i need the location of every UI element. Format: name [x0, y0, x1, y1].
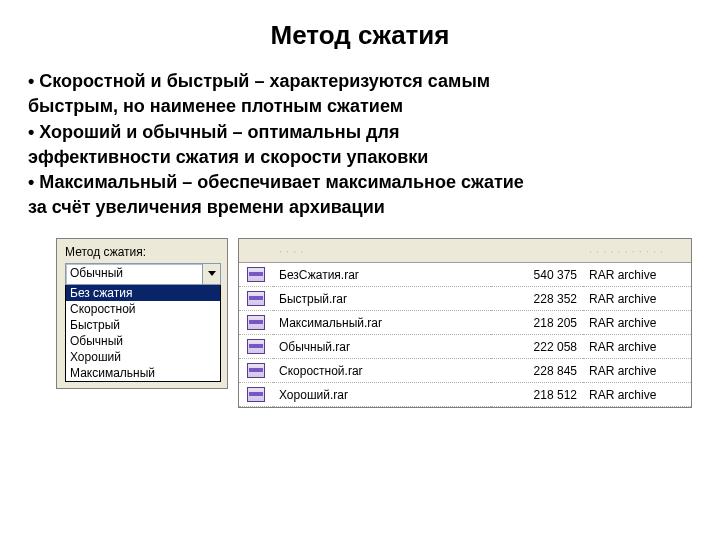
- bullet-list: • Скоростной и быстрый – характеризуются…: [28, 69, 692, 220]
- rar-archive-icon: [247, 387, 265, 402]
- file-type: RAR archive: [583, 382, 691, 406]
- compression-method-combobox[interactable]: Обычный: [65, 263, 221, 285]
- rar-archive-icon: [247, 315, 265, 330]
- option-good[interactable]: Хороший: [66, 349, 220, 365]
- file-name: Скоростной.rar: [273, 358, 491, 382]
- file-name: БезСжатия.rar: [273, 262, 491, 286]
- option-fast[interactable]: Быстрый: [66, 317, 220, 333]
- rar-archive-icon: [247, 363, 265, 378]
- file-size: 540 375: [491, 262, 583, 286]
- file-name: Хороший.rar: [273, 382, 491, 406]
- file-size: 218 512: [491, 382, 583, 406]
- option-best[interactable]: Максимальный: [66, 365, 220, 381]
- file-size: 222 058: [491, 334, 583, 358]
- bullet-line: быстрым, но наименее плотным сжатием: [28, 94, 692, 118]
- rar-archive-icon: [247, 339, 265, 354]
- file-name: Обычный.rar: [273, 334, 491, 358]
- chevron-down-icon: [208, 271, 216, 276]
- option-normal[interactable]: Обычный: [66, 333, 220, 349]
- column-header-type[interactable]: · · · · · · · · · · ·: [583, 239, 691, 263]
- table-row[interactable]: Скоростной.rar 228 845 RAR archive: [239, 358, 691, 382]
- bullet-line: • Хороший и обычный – оптимальны для: [28, 120, 692, 144]
- file-list-panel: · · · · · · · · · · · · · · · БезСжатия.…: [238, 238, 692, 408]
- table-row[interactable]: Быстрый.rar 228 352 RAR archive: [239, 286, 691, 310]
- file-type: RAR archive: [583, 262, 691, 286]
- file-type: RAR archive: [583, 310, 691, 334]
- compression-method-label: Метод сжатия:: [65, 245, 221, 259]
- bullet-line: • Максимальный – обеспечивает максимальн…: [28, 170, 692, 194]
- file-list-table: · · · · · · · · · · · · · · · БезСжатия.…: [239, 239, 691, 407]
- file-type: RAR archive: [583, 334, 691, 358]
- combobox-value: Обычный: [66, 264, 202, 284]
- bullet-line: за счёт увеличения времени архивации: [28, 195, 692, 219]
- bullet-line: эффективности сжатия и скорости упаковки: [28, 145, 692, 169]
- slide-title: Метод сжатия: [28, 20, 692, 51]
- compression-method-listbox[interactable]: Без сжатия Скоростной Быстрый Обычный Хо…: [65, 285, 221, 382]
- table-row[interactable]: БезСжатия.rar 540 375 RAR archive: [239, 262, 691, 286]
- file-size: 218 205: [491, 310, 583, 334]
- table-row[interactable]: Хороший.rar 218 512 RAR archive: [239, 382, 691, 406]
- file-type: RAR archive: [583, 286, 691, 310]
- file-size: 228 352: [491, 286, 583, 310]
- file-name: Быстрый.rar: [273, 286, 491, 310]
- file-type: RAR archive: [583, 358, 691, 382]
- rar-archive-icon: [247, 291, 265, 306]
- rar-archive-icon: [247, 267, 265, 282]
- table-row[interactable]: Обычный.rar 222 058 RAR archive: [239, 334, 691, 358]
- table-header-row: · · · · · · · · · · · · · · ·: [239, 239, 691, 263]
- option-fastest[interactable]: Скоростной: [66, 301, 220, 317]
- option-no-compression[interactable]: Без сжатия: [66, 285, 220, 301]
- column-header-name[interactable]: · · · ·: [273, 239, 491, 263]
- table-row[interactable]: Максимальный.rar 218 205 RAR archive: [239, 310, 691, 334]
- file-size: 228 845: [491, 358, 583, 382]
- bullet-line: • Скоростной и быстрый – характеризуются…: [28, 69, 692, 93]
- compression-method-panel: Метод сжатия: Обычный Без сжатия Скорост…: [56, 238, 228, 389]
- combobox-dropdown-button[interactable]: [202, 264, 220, 284]
- file-name: Максимальный.rar: [273, 310, 491, 334]
